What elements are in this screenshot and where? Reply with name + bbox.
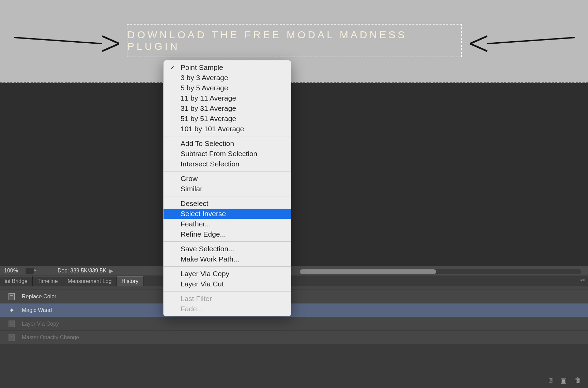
menu-item-5-by-5-average[interactable]: 5 by 5 Average (164, 83, 291, 93)
magic-wand-icon: ✦ (7, 307, 16, 314)
menu-item-layer-via-copy[interactable]: Layer Via Copy (164, 269, 291, 279)
tab-timeline[interactable]: Timeline (33, 276, 63, 286)
menu-item-fade: Fade... (164, 304, 291, 314)
menu-item-make-work-path[interactable]: Make Work Path... (164, 254, 291, 264)
doc-size[interactable]: Doc: 339.5K/339.5K (58, 268, 106, 274)
zoom-level[interactable]: 100% (0, 268, 22, 274)
menu-item-101-by-101-average[interactable]: 101 by 101 Average (164, 124, 291, 134)
new-snapshot-icon[interactable]: ⎚ (549, 376, 553, 385)
history-label: Magic Wand (22, 307, 52, 313)
menu-item-grow[interactable]: Grow (164, 174, 291, 184)
history-item[interactable]: ✦Magic Wand (0, 303, 588, 317)
canvas-area[interactable]: DOWNLOAD THE FREE MODAL MADNESS PLUGIN (0, 0, 588, 273)
history-item[interactable]: Master Opacity Change (0, 331, 588, 344)
download-button[interactable]: DOWNLOAD THE FREE MODAL MADNESS PLUGIN (127, 24, 462, 57)
preview-icon[interactable] (26, 268, 34, 274)
menu-item-intersect-selection[interactable]: Intersect Selection (164, 159, 291, 169)
menu-item-save-selection[interactable]: Save Selection... (164, 244, 291, 254)
svg-line-0 (14, 38, 102, 44)
menu-item-31-by-31-average[interactable]: 31 by 31 Average (164, 103, 291, 114)
tab-history[interactable]: History (117, 276, 144, 286)
menu-item-subtract-from-selection[interactable]: Subtract From Selection (164, 149, 291, 159)
menu-separator (164, 171, 291, 171)
history-label: Master Opacity Change (22, 334, 79, 341)
selection-marquee-bottom (0, 83, 588, 83)
trash-icon[interactable]: 🗑 (574, 376, 581, 385)
panel-menu-icon[interactable]: ▾≡ (577, 276, 588, 286)
menu-separator (164, 196, 291, 196)
history-row-cropped[interactable] (0, 286, 588, 290)
camera-icon[interactable]: ▣ (560, 376, 567, 385)
download-label: DOWNLOAD THE FREE MODAL MADNESS PLUGIN (127, 29, 461, 52)
menu-item-3-by-3-average[interactable]: 3 by 3 Average (164, 73, 291, 83)
history-label: Layer Via Copy (22, 321, 59, 327)
scroll-thumb[interactable] (300, 269, 436, 274)
menu-item-51-by-51-average[interactable]: 51 by 51 Average (164, 114, 291, 124)
menu-item-11-by-11-average[interactable]: 11 by 11 Average (164, 93, 291, 103)
arrow-left-icon (470, 33, 576, 54)
page-icon (7, 293, 16, 300)
menu-separator (164, 136, 291, 136)
arrow-right-icon (14, 33, 119, 54)
context-menu: Point Sample3 by 3 Average5 by 5 Average… (163, 60, 291, 316)
history-item[interactable]: Layer Via Copy (0, 317, 588, 331)
menu-item-layer-via-cut[interactable]: Layer Via Cut (164, 279, 291, 289)
page-icon (7, 320, 16, 327)
page-icon (7, 334, 16, 341)
banner: DOWNLOAD THE FREE MODAL MADNESS PLUGIN (0, 0, 588, 83)
menu-item-deselect[interactable]: Deselect (164, 198, 291, 209)
menu-item-similar[interactable]: Similar (164, 184, 291, 194)
history-label: Replace Color (22, 294, 56, 300)
status-bar: 100% Doc: 339.5K/339.5K ▶ (0, 266, 588, 275)
history-item[interactable]: Replace Color (0, 290, 588, 303)
panel-actions: ⎚ ▣ 🗑 (549, 376, 581, 385)
menu-separator (164, 266, 291, 267)
menu-item-point-sample[interactable]: Point Sample (164, 62, 291, 73)
menu-item-add-to-selection[interactable]: Add To Selection (164, 138, 291, 149)
tab-ini-bridge[interactable]: ini Bridge (0, 276, 33, 286)
panel-tabs: ini BridgeTimelineMeasurement LogHistory… (0, 276, 588, 286)
menu-separator (164, 291, 291, 292)
menu-item-feather[interactable]: Feather... (164, 219, 291, 229)
menu-item-select-inverse[interactable]: Select Inverse (164, 209, 291, 219)
chevron-right-icon[interactable]: ▶ (109, 268, 113, 274)
menu-item-refine-edge[interactable]: Refine Edge... (164, 229, 291, 239)
horizontal-scrollbar[interactable] (300, 269, 581, 274)
menu-item-last-filter: Last Filter (164, 294, 291, 304)
history-panel: Replace Color✦Magic WandLayer Via CopyMa… (0, 286, 588, 344)
menu-separator (164, 241, 291, 242)
tab-measurement-log[interactable]: Measurement Log (63, 276, 117, 286)
svg-line-1 (487, 38, 575, 44)
